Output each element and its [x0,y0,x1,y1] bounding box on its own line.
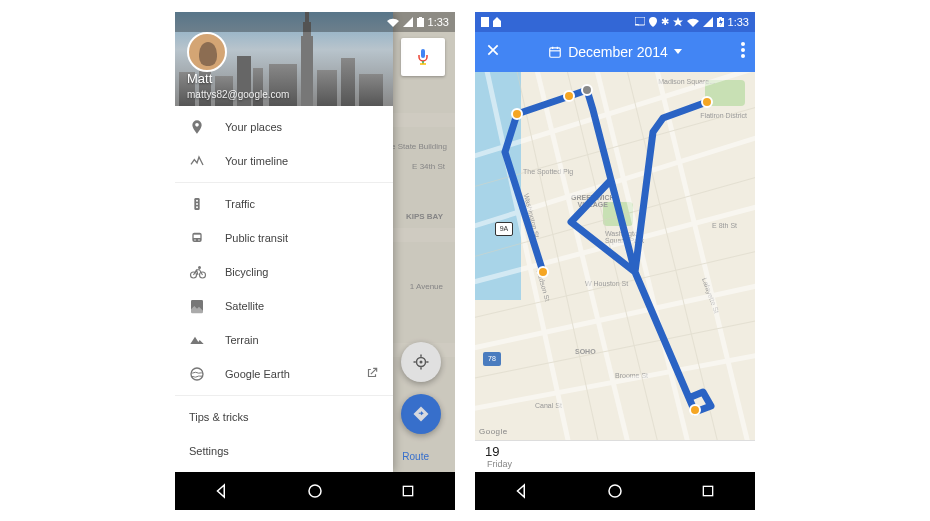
drawer-item-tips[interactable]: Tips & tricks [175,400,393,434]
route-marker[interactable] [701,96,713,108]
transit-icon [189,230,225,246]
drawer-item-your-places[interactable]: Your places [175,110,393,144]
route-marker[interactable] [537,266,549,278]
phone-right: December 2014 [475,12,755,510]
timeline-title-text: December 2014 [568,44,668,60]
svg-point-31 [741,48,745,52]
navigation-bar [475,472,755,510]
interstate-shield: 78 [483,352,501,366]
close-button[interactable] [485,42,509,61]
nav-recent-button[interactable] [383,476,433,506]
traffic-icon [189,196,225,212]
timeline-header: December 2014 [475,32,755,72]
drawer-item-your-timeline[interactable]: Your timeline [175,144,393,178]
calendar-icon [548,45,562,59]
nav-back-button[interactable] [197,476,247,506]
bluetooth-icon: ✱ [661,16,669,27]
status-icons-left [481,17,501,27]
svg-point-24 [309,485,321,497]
drawer-item-label: Traffic [225,198,255,210]
terrain-icon [189,332,225,348]
nav-home-button[interactable] [290,476,340,506]
svg-point-19 [198,266,201,269]
drawer-item-terrain[interactable]: Terrain [175,323,393,357]
open-external-icon [365,366,379,382]
phone-left: ire State Building E 34th St KIPS BAY 1 … [175,12,455,510]
battery-icon [417,17,424,27]
drawer-item-label: Your timeline [225,155,288,167]
svg-point-53 [609,485,621,497]
route-path [475,72,755,440]
svg-rect-14 [194,234,201,237]
drawer-item-transit[interactable]: Public transit [175,221,393,255]
drawer-item-google-earth[interactable]: Google Earth [175,357,393,391]
nav-recent-button[interactable] [683,476,733,506]
drawer-item-label: Bicycling [225,266,268,278]
google-logo: Google [479,427,508,436]
timeline-title-button[interactable]: December 2014 [509,44,721,60]
place-icon [189,119,225,135]
svg-point-10 [196,199,198,201]
route-marker[interactable] [689,404,701,416]
timeline-day-footer[interactable]: 19 Friday [475,440,755,472]
svg-point-21 [191,368,203,380]
overflow-menu-button[interactable] [721,42,745,61]
wifi-icon [687,17,699,27]
drawer-item-label: Google Earth [225,368,290,380]
microphone-icon [416,48,430,66]
user-email: mattys82@google.com [187,89,289,100]
avatar[interactable] [187,32,227,72]
location-icon [649,17,657,27]
svg-point-32 [741,54,745,58]
day-number: 19 [485,444,512,459]
drawer-item-settings[interactable]: Settings [175,434,393,468]
route-marker[interactable] [563,90,575,102]
status-icons-right: ✱ 1:33 [635,16,749,28]
svg-rect-25 [404,486,413,495]
bicycle-icon [189,264,225,280]
svg-rect-49 [481,17,489,27]
star-icon [673,17,683,27]
drawer-item-satellite[interactable]: Satellite [175,289,393,323]
svg-rect-0 [421,49,425,58]
day-name: Friday [487,459,512,469]
timeline-map[interactable]: 78 9A Madison Square... Flatiron Distric… [475,72,755,440]
svg-rect-50 [635,17,645,25]
drawer-item-label: Settings [189,445,229,457]
nav-back-button[interactable] [497,476,547,506]
route-marker[interactable] [511,108,523,120]
satellite-icon [189,298,225,314]
svg-point-15 [194,239,195,240]
drawer-item-bicycling[interactable]: Bicycling [175,255,393,289]
voice-search-chip[interactable] [401,38,445,76]
drawer-item-label: Tips & tricks [189,411,249,423]
timeline-icon [189,153,225,169]
svg-rect-23 [419,17,422,18]
svg-rect-22 [417,18,424,27]
user-name: Matt [187,71,212,86]
wifi-icon [387,17,399,27]
route-marker[interactable] [581,84,593,96]
status-time: 1:33 [728,16,749,28]
battery-charging-icon [717,17,724,27]
route-shield: 9A [495,222,513,236]
screen: ire State Building E 34th St KIPS BAY 1 … [175,12,455,472]
svg-point-11 [196,203,198,205]
drawer-item-traffic[interactable]: Traffic [175,187,393,221]
status-bar: ✱ 1:33 [475,12,755,32]
drawer-item-label: Your places [225,121,282,133]
drawer-section-primary: Your places Your timeline [175,106,393,183]
drawer-section-layers: Traffic Public transit Bicycling Satelli… [175,183,393,396]
svg-point-12 [196,206,198,208]
status-time: 1:33 [428,16,449,28]
navigation-bar [175,472,455,510]
cell-icon [703,17,713,27]
chevron-down-icon [674,49,682,54]
svg-point-30 [741,42,745,46]
drawer-item-label: Public transit [225,232,288,244]
svg-rect-26 [550,47,561,56]
nav-home-button[interactable] [590,476,640,506]
notif-icon [493,17,501,27]
svg-rect-52 [719,17,722,18]
cast-icon [635,17,645,27]
